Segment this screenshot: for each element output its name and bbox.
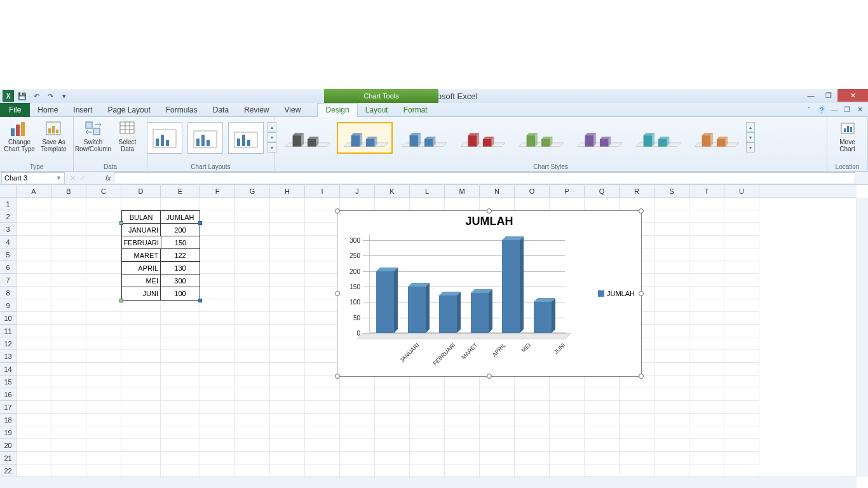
cell[interactable]	[724, 236, 759, 248]
chart-bar[interactable]	[502, 240, 524, 333]
cell[interactable]	[270, 337, 305, 350]
cell[interactable]	[724, 312, 759, 325]
cell[interactable]	[654, 248, 689, 261]
cell[interactable]	[724, 248, 759, 261]
cell[interactable]	[375, 464, 410, 477]
cell[interactable]	[305, 426, 340, 439]
chart-layout-option[interactable]	[147, 122, 182, 154]
workbook-restore-icon[interactable]: ❐	[843, 105, 851, 114]
cell[interactable]	[480, 426, 515, 439]
column-header-G[interactable]: G	[235, 185, 270, 198]
column-header-P[interactable]: P	[550, 185, 585, 198]
cell[interactable]	[515, 426, 550, 439]
cell[interactable]	[445, 198, 480, 210]
selection-handle[interactable]	[119, 221, 123, 225]
cell[interactable]	[620, 464, 654, 477]
cell[interactable]	[161, 426, 200, 439]
cell[interactable]	[17, 452, 51, 464]
cell[interactable]	[86, 312, 121, 325]
row-header-1[interactable]: 1	[0, 198, 16, 210]
cell[interactable]	[17, 426, 51, 439]
cell[interactable]	[17, 350, 51, 363]
row-header-9[interactable]: 9	[0, 299, 16, 312]
cell[interactable]	[724, 274, 759, 287]
cell[interactable]	[724, 198, 759, 210]
cell[interactable]	[410, 464, 445, 477]
cell[interactable]	[86, 363, 121, 376]
cell[interactable]	[17, 337, 51, 350]
cell[interactable]	[86, 376, 121, 388]
ribbon-minimize-icon[interactable]: ˆ	[804, 105, 813, 114]
cell[interactable]	[235, 299, 270, 312]
cell[interactable]	[51, 299, 86, 312]
cell[interactable]	[585, 376, 620, 388]
cell[interactable]	[161, 414, 200, 426]
cell[interactable]	[121, 388, 161, 401]
cell[interactable]	[305, 464, 340, 477]
cell[interactable]	[480, 198, 515, 210]
cell[interactable]	[724, 350, 759, 363]
cell[interactable]	[410, 426, 445, 439]
cell[interactable]	[689, 414, 724, 426]
cell[interactable]	[689, 363, 724, 376]
cell[interactable]	[86, 261, 121, 274]
cell[interactable]	[654, 325, 689, 337]
cell[interactable]	[86, 274, 121, 287]
cell[interactable]	[86, 325, 121, 337]
cell[interactable]	[235, 287, 270, 299]
cell[interactable]	[161, 388, 200, 401]
chart-bar[interactable]	[408, 287, 430, 333]
row-header-18[interactable]: 18	[0, 414, 16, 426]
cell[interactable]	[654, 210, 689, 223]
name-box[interactable]: Chart 3▼	[1, 172, 65, 184]
cell[interactable]	[270, 287, 305, 299]
cell[interactable]	[161, 312, 200, 325]
cell[interactable]	[51, 198, 86, 210]
cell[interactable]	[235, 248, 270, 261]
cell[interactable]	[620, 426, 654, 439]
cell[interactable]	[200, 401, 235, 414]
cell[interactable]	[305, 198, 340, 210]
cell[interactable]	[270, 248, 305, 261]
chart-style-option[interactable]	[454, 122, 510, 154]
cell[interactable]	[86, 350, 121, 363]
cell[interactable]	[689, 388, 724, 401]
cell[interactable]	[724, 363, 759, 376]
table-cell[interactable]: JUNI	[122, 287, 161, 300]
cell[interactable]	[654, 452, 689, 464]
fx-icon[interactable]: fx	[103, 174, 111, 182]
cell[interactable]	[86, 452, 121, 464]
cell[interactable]	[86, 388, 121, 401]
cell[interactable]	[235, 325, 270, 337]
workbook-minimize-icon[interactable]: —	[830, 105, 839, 114]
cell[interactable]	[620, 439, 654, 452]
cell[interactable]	[270, 414, 305, 426]
cell[interactable]	[17, 198, 51, 210]
cell[interactable]	[121, 376, 161, 388]
column-header-F[interactable]: F	[200, 185, 235, 198]
cell[interactable]	[235, 388, 270, 401]
cell[interactable]	[515, 452, 550, 464]
column-header-J[interactable]: J	[340, 185, 375, 198]
cell[interactable]	[654, 439, 689, 452]
cell[interactable]	[305, 325, 340, 337]
chart-resize-handle[interactable]	[335, 208, 340, 214]
row-header-8[interactable]: 8	[0, 287, 16, 299]
cell[interactable]	[51, 236, 86, 248]
cell[interactable]	[689, 261, 724, 274]
cell[interactable]	[51, 439, 86, 452]
cell[interactable]	[654, 274, 689, 287]
cell[interactable]	[375, 426, 410, 439]
cell[interactable]	[235, 464, 270, 477]
cell[interactable]	[51, 426, 86, 439]
cell[interactable]	[235, 223, 270, 236]
cell[interactable]	[235, 363, 270, 376]
cell[interactable]	[445, 464, 480, 477]
cell[interactable]	[445, 426, 480, 439]
cell[interactable]	[654, 198, 689, 210]
cell[interactable]	[410, 376, 445, 388]
cell[interactable]	[340, 452, 375, 464]
cell[interactable]	[121, 299, 161, 312]
cell[interactable]	[270, 274, 305, 287]
table-header[interactable]: BULAN	[122, 211, 161, 224]
